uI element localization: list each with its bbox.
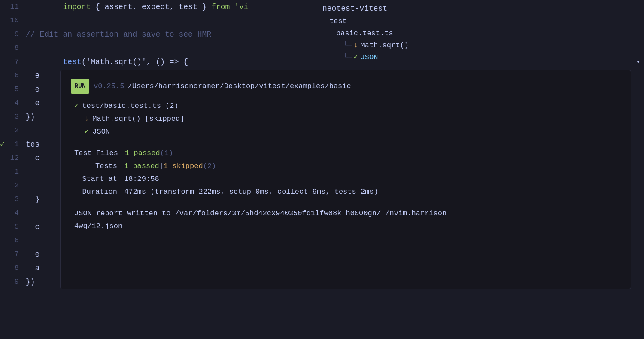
tree-basic-test-label: basic.test.ts [336,27,393,40]
run-path: /Users/harrisoncramer/Desktop/vitest/exa… [128,80,351,93]
json-result: JSON [92,125,110,138]
check-icon-2: ✓ [85,125,89,138]
json-report-line2: 4wg/12.json [71,220,620,233]
basic-test-result: test/basic.test.ts (2) [82,100,178,113]
tree-item-test: test [322,15,637,27]
tests-passed: 1 passed [124,160,159,173]
json-report-text-2: 4wg/12.json [74,220,122,233]
result-math-sqrt: ↓ Math.sqrt() [skipped] [71,113,620,125]
code-line-11: 11 import { assert, expect, test } from … [0,0,309,14]
run-badge: RUN [71,79,89,94]
summary-tests: Tests 1 passed | 1 skipped (2) [71,160,620,173]
bottom-area [0,296,644,339]
test-files-value: 1 passed [125,147,160,160]
json-report-line1: JSON report written to /var/folders/3m/5… [71,207,620,220]
summary-test-files: Test Files 1 passed (1) [71,147,620,160]
tests-label: Tests [74,160,117,173]
tree-json-label: JSON [361,52,378,64]
dot-indicator: • [636,58,641,67]
tree-item-json: └─ ✓ JSON [322,52,637,64]
checkmark-icon: ✓ [0,137,5,151]
test-files-label: Test Files [74,147,118,160]
json-report-text-1: JSON report written to /var/folders/3m/5… [74,207,447,220]
test-files-count: (1) [160,147,173,160]
code-line-9: 9 // Edit an assertion and save to see H… [0,27,309,41]
tests-separator: | [159,160,164,173]
duration-label: Duration [74,186,117,199]
code-line-7a: 7 test('Math.sqrt()', () => { [0,55,309,69]
tree-connector-2: └─ [343,52,352,64]
result-json: ✓ JSON [71,125,620,138]
run-line: RUN v0.25.5 /Users/harrisoncramer/Deskto… [71,79,620,94]
tree-item-math-sqrt: └─ ↓ Math.sqrt() [322,40,637,52]
run-version: v0.25.5 [94,80,124,93]
neotest-tree: test basic.test.ts └─ ↓ Math.sqrt() └─ ✓… [322,15,637,64]
tree-item-basic-test: basic.test.ts [322,27,637,40]
check-icon-1: ✓ [74,100,79,113]
tree-test-label: test [329,15,347,27]
start-value: 18:29:58 [124,173,159,186]
neotest-panel: neotest-vitest test basic.test.ts └─ ↓ M… [316,0,644,69]
math-sqrt-result: Math.sqrt() [skipped] [92,113,184,125]
tree-math-sqrt-label: Math.sqrt() [361,40,409,52]
tree-arrow-icon: ↓ [353,40,358,52]
duration-value: 472ms (transform 222ms, setup 0ms, colle… [124,186,378,199]
summary-duration: Duration 472ms (transform 222ms, setup 0… [71,186,620,199]
summary-start: Start at 18:29:58 [71,173,620,186]
tests-count: (2) [203,160,216,173]
tests-skipped: 1 skipped [164,160,203,173]
result-basic-test: ✓ test/basic.test.ts (2) [71,100,620,113]
tree-connector-1: └─ [343,40,352,52]
neotest-title: neotest-vitest [322,4,637,13]
output-panel: RUN v0.25.5 /Users/harrisoncramer/Deskto… [60,70,631,289]
start-label: Start at [74,173,117,186]
arrow-icon-1: ↓ [85,113,89,125]
tree-check-icon: ✓ [353,52,358,64]
